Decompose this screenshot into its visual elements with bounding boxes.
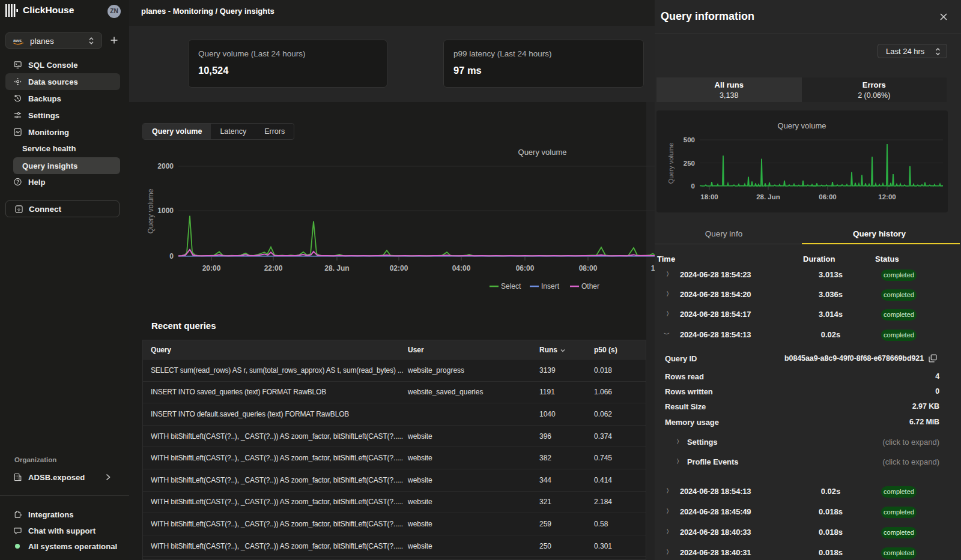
- svg-text:28. Jun: 28. Jun: [324, 264, 349, 272]
- svg-text:06:00: 06:00: [819, 193, 836, 200]
- svg-text:Query volume: Query volume: [667, 143, 675, 184]
- svg-text:28. Jun: 28. Jun: [756, 193, 780, 200]
- svg-text:aws: aws: [13, 38, 22, 43]
- svg-text:06:00: 06:00: [516, 264, 535, 272]
- svg-text:Query volume: Query volume: [778, 121, 826, 130]
- svg-text:22:00: 22:00: [264, 264, 283, 272]
- svg-text:Query volume: Query volume: [518, 148, 567, 157]
- svg-text:500: 500: [684, 136, 695, 143]
- svg-text:12:00: 12:00: [878, 193, 896, 200]
- svg-text:02:00: 02:00: [390, 264, 408, 272]
- svg-text:20:00: 20:00: [202, 264, 221, 272]
- svg-text:Insert: Insert: [541, 282, 560, 291]
- svg-text:18:00: 18:00: [700, 193, 718, 200]
- svg-text:08:00: 08:00: [579, 264, 598, 272]
- svg-text:Other: Other: [581, 282, 599, 291]
- svg-text:0: 0: [691, 182, 695, 190]
- svg-text:0: 0: [169, 252, 174, 260]
- svg-text:Select: Select: [501, 282, 521, 291]
- svg-text:1000: 1000: [157, 206, 174, 215]
- svg-text:250: 250: [684, 160, 695, 167]
- svg-text:04:00: 04:00: [452, 264, 471, 272]
- svg-text:Query volume: Query volume: [147, 188, 155, 233]
- svg-text:2000: 2000: [157, 162, 174, 170]
